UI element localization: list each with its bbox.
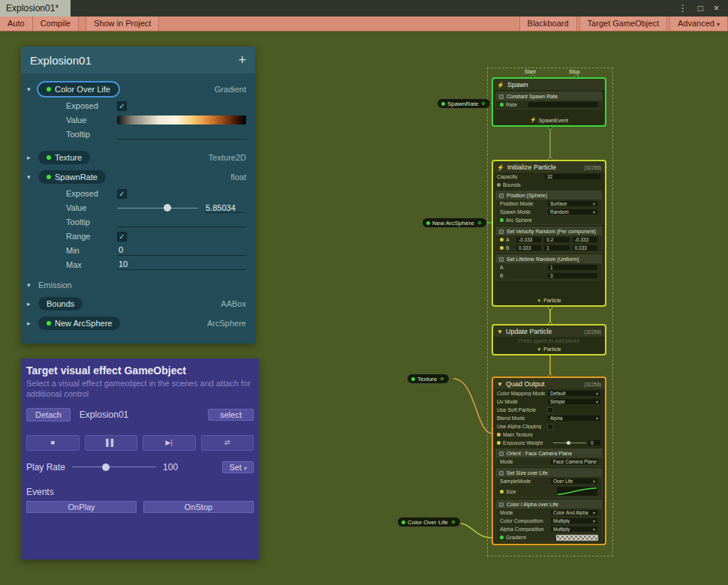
update-output-port[interactable]: ▼ Particle <box>493 345 605 354</box>
play-rate-slider[interactable] <box>72 466 156 467</box>
dropdown-blend-mode[interactable]: Alpha▾ <box>547 415 601 422</box>
block-toggle[interactable] <box>499 230 504 234</box>
port-arc-sphere[interactable] <box>500 218 504 222</box>
port-a[interactable] <box>500 238 504 242</box>
exposed-checkbox[interactable]: ✓ <box>117 189 127 199</box>
category-row-emission[interactable]: ▾ Emission <box>21 276 255 294</box>
vector-component-field[interactable]: 0.333 <box>516 244 542 251</box>
port-rate[interactable] <box>500 103 504 106</box>
dropdown-alpha-composition[interactable]: Multiply▾ <box>550 526 598 532</box>
fold-closed-icon[interactable]: ▸ <box>27 300 38 308</box>
param-pill-spawnrate[interactable]: SpawnRate <box>38 170 106 184</box>
param-pill-bounds[interactable]: Bounds <box>38 297 83 310</box>
restart-button[interactable]: ⇄ <box>201 435 254 451</box>
block-header[interactable]: Set Lifetime Random (Uniform) <box>496 255 602 263</box>
block-header[interactable]: Orient : Face Camera Plane <box>496 449 602 458</box>
pause-button[interactable]: ▌▌ <box>85 435 138 451</box>
dropdown-uv-mode[interactable]: Simple▾ <box>547 398 601 405</box>
onstop-button[interactable]: OnStop <box>143 501 254 513</box>
block-header[interactable]: Set Size over Life <box>496 469 602 477</box>
initialize-particle-context-node[interactable]: ⚡Initialize Particle(32256)Capacity32Bou… <box>492 160 606 307</box>
vector-component-field[interactable]: 0.333 <box>572 244 598 251</box>
select-button[interactable]: select <box>208 409 254 421</box>
slider-handle[interactable] <box>102 464 110 471</box>
step-button[interactable]: ▶| <box>143 435 196 451</box>
dropdown-mode[interactable]: Color And Alpha▾ <box>550 509 598 516</box>
output-port[interactable] <box>441 377 444 380</box>
auto-button[interactable]: Auto <box>0 16 33 31</box>
gradient-field[interactable] <box>556 535 598 541</box>
range-checkbox[interactable]: ✓ <box>117 232 127 242</box>
spawn-context-node[interactable]: ⚡SpawnConstant Spawn RateRate ⚡ SpawnEve… <box>492 77 606 127</box>
curve-field[interactable] <box>556 486 598 496</box>
parameter-node-texture[interactable]: Texture <box>407 374 450 384</box>
dropdown-samplemode[interactable]: Over Life▾ <box>550 478 598 484</box>
tooltip-input[interactable] <box>117 129 246 140</box>
block-toggle[interactable] <box>499 471 504 476</box>
quad-output-context-node[interactable]: ▼Quad Output(32256)Color Mapping ModeDef… <box>492 376 606 545</box>
vector-component-field[interactable]: 0.2 <box>543 236 570 243</box>
set-rate-button[interactable]: Set ▾ <box>222 461 254 473</box>
dropdown-mode[interactable]: Face Camera Plane▾ <box>550 458 598 465</box>
detach-button[interactable]: Detach <box>26 408 71 422</box>
param-row-new-arcsphere[interactable]: ▸ New ArcSphere ArcSphere <box>21 314 255 333</box>
block-header[interactable]: Set Velocity Random (Per component) <box>496 227 602 236</box>
update-particle-context-node[interactable]: ▼Update Particle(32256)Press space to ad… <box>492 324 606 356</box>
exposed-checkbox[interactable]: ✓ <box>117 101 127 111</box>
port-size[interactable] <box>500 490 504 494</box>
slider-value-field[interactable]: 0 <box>588 440 601 446</box>
block-toggle[interactable] <box>499 94 504 99</box>
node-title[interactable]: ⚡Spawn <box>493 79 605 90</box>
tab-explosion01[interactable]: Explosion01* <box>0 0 71 16</box>
checkbox-use-alpha-clipping[interactable] <box>547 424 553 430</box>
param-row-texture[interactable]: ▸ Texture Texture2D <box>21 148 255 167</box>
block-toggle[interactable] <box>499 502 504 507</box>
spawn-output-port[interactable]: ⚡ SpawnEvent <box>493 116 605 125</box>
menu-icon[interactable]: ⋮ <box>678 3 687 16</box>
slider-exposure-weight[interactable] <box>553 442 586 443</box>
node-title[interactable]: ▼Update Particle(32256) <box>493 326 605 337</box>
dropdown-spawn-mode[interactable]: Random▾ <box>547 208 598 215</box>
show-in-project-button[interactable]: Show in Project <box>86 16 159 31</box>
value-slider[interactable] <box>117 208 198 208</box>
play-rate-value[interactable]: 100 <box>163 462 178 472</box>
maximize-icon[interactable]: □ <box>698 3 703 16</box>
param-row-spawnrate[interactable]: ▾ SpawnRate float <box>21 167 255 187</box>
stop-button[interactable]: ■ <box>26 435 80 451</box>
param-row-bounds[interactable]: ▸ Bounds AABox <box>21 294 255 314</box>
fold-open-icon[interactable]: ▾ <box>27 281 38 289</box>
port-main-texture[interactable] <box>497 433 501 436</box>
block-header[interactable]: Constant Spawn Rate <box>496 92 602 100</box>
advanced-dropdown-button[interactable]: Advanced ▾ <box>669 16 728 31</box>
initialize-output-port[interactable]: ▼ Particle <box>493 296 605 305</box>
vector-component-field[interactable]: 1 <box>543 244 570 251</box>
checkbox-use-soft-particle[interactable] <box>547 407 553 413</box>
vector-component-field[interactable]: -0.333 <box>516 236 542 243</box>
port-gradient[interactable] <box>500 536 504 539</box>
field-rate[interactable] <box>528 101 598 108</box>
parameter-node-color-over-life[interactable]: Color Over Life <box>397 517 461 527</box>
block-toggle[interactable] <box>499 452 504 456</box>
field-a[interactable]: 1 <box>547 264 598 271</box>
block-header[interactable]: Color / Alpha over Life <box>496 500 602 508</box>
field-capacity[interactable]: 32 <box>544 173 601 180</box>
min-input[interactable]: 0 <box>117 245 246 256</box>
block-header[interactable]: Position (Sphere) <box>496 191 602 200</box>
fold-open-icon[interactable]: ▾ <box>27 86 38 93</box>
fold-open-icon[interactable]: ▾ <box>27 173 38 181</box>
field-b[interactable]: 3 <box>547 272 598 279</box>
dropdown-color-mapping-mode[interactable]: Default▾ <box>547 390 601 397</box>
value-input[interactable]: 5.85034 <box>206 203 246 213</box>
node-title[interactable]: ▼Quad Output(32256) <box>493 378 605 389</box>
output-port[interactable] <box>452 520 455 524</box>
output-port[interactable] <box>478 221 481 224</box>
slider-handle[interactable] <box>164 204 171 212</box>
param-pill-new-arcsphere[interactable]: New ArcSphere <box>38 316 120 330</box>
port-exposure-weight[interactable] <box>497 441 501 445</box>
parameter-node-spawnrate[interactable]: SpawnRate <box>437 98 491 109</box>
onplay-button[interactable]: OnPlay <box>26 501 137 513</box>
gradient-swatch[interactable] <box>117 116 246 124</box>
param-pill-color-over-life[interactable]: Color Over Life <box>38 82 119 96</box>
vector-component-field[interactable]: -0.333 <box>572 236 598 243</box>
dropdown-color-composition[interactable]: Multiply▾ <box>550 518 598 524</box>
